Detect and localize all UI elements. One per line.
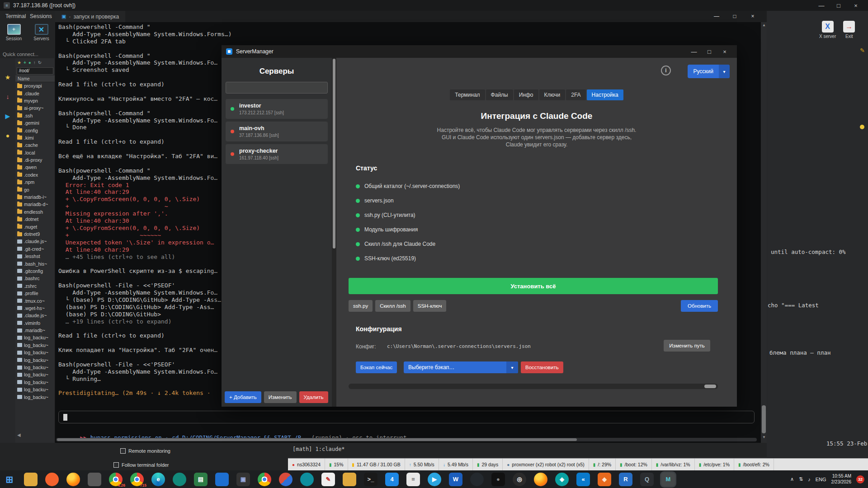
maximize-button[interactable]: □	[830, 2, 847, 9]
download-icon[interactable]: ↓	[6, 93, 9, 100]
section-tab[interactable]: Ключи	[539, 89, 566, 100]
file-tree-item[interactable]: ai-proxy~	[15, 104, 55, 112]
taskbar-app-icon[interactable]: ✎	[321, 473, 335, 486]
network-icon[interactable]: ⇅	[799, 476, 803, 482]
file-tree-item[interactable]: .npm	[15, 178, 55, 186]
file-tree-item[interactable]: .qwen	[15, 164, 55, 171]
remote-monitoring-checkbox[interactable]: Remote monitoring	[120, 446, 170, 455]
taskbar-app-icon[interactable]	[470, 473, 484, 486]
backup-now-button[interactable]: Бэкап сейчас	[356, 361, 397, 373]
taskbar-app-icon[interactable]: 4	[385, 473, 399, 486]
file-tree-item[interactable]: log_backu~	[15, 379, 55, 386]
server-search-input[interactable]	[226, 82, 328, 94]
add-server-button[interactable]: + Добавить	[225, 391, 261, 403]
section-tab[interactable]: Инфо	[514, 89, 538, 100]
file-tree-item[interactable]: .kimi	[15, 134, 55, 141]
terminal-vertical-scrollbar[interactable]: ▲ ▼	[761, 22, 767, 443]
taskbar-app-icon[interactable]	[173, 473, 186, 486]
taskbar-app-icon[interactable]: «	[576, 473, 590, 486]
inner-minimize-button[interactable]: —	[708, 11, 726, 22]
checkbox-icon[interactable]	[120, 448, 126, 454]
status-dot-icon[interactable]: ●	[28, 60, 31, 65]
refresh-icon[interactable]: ↻	[38, 60, 42, 65]
taskbar-app-icon[interactable]: ◎	[513, 473, 526, 486]
file-tree-item[interactable]: .wget-hs~	[15, 305, 55, 312]
server-list-scrollbar[interactable]	[332, 58, 336, 407]
file-tree-item[interactable]: .bash_his~	[15, 260, 55, 267]
sm-maximize-button[interactable]: □	[702, 48, 717, 55]
horizontal-scroll-thumb[interactable]	[57, 438, 577, 441]
file-tree-item[interactable]: .gemini	[15, 119, 55, 127]
sftp-name-column-header[interactable]: Name	[15, 75, 55, 82]
follow-terminal-folder-checkbox[interactable]: Follow terminal folder	[113, 460, 169, 469]
taskbar-app-icon[interactable]	[24, 473, 38, 486]
scroll-down-arrow-icon[interactable]: ▼	[762, 435, 766, 439]
add-icon[interactable]: +	[24, 60, 26, 65]
bookmark-icon[interactable]: ★	[17, 60, 21, 65]
language-indicator[interactable]: ENG	[816, 477, 826, 482]
taskbar-app-icon[interactable]: e	[151, 473, 165, 486]
terminal-input[interactable]	[58, 411, 755, 423]
file-tree-item[interactable]: .bashrc	[15, 275, 55, 282]
taskbar-app-icon[interactable]	[45, 473, 59, 486]
component-button[interactable]: Скилл /ssh	[375, 300, 410, 312]
file-tree-item[interactable]: log_backu~	[15, 349, 55, 356]
file-tree-item[interactable]: mariadb-d~	[15, 201, 55, 208]
file-tree-item[interactable]: .tmux.co~	[15, 297, 55, 304]
notification-badge[interactable]: 32	[856, 475, 864, 483]
file-tree-item[interactable]: log_backu~	[15, 371, 55, 378]
file-tree-item[interactable]: .profile	[15, 290, 55, 297]
server-list-item[interactable]: main-ovh 37.187.136.86 [ssh]	[226, 122, 328, 141]
inner-maximize-button[interactable]: □	[726, 11, 744, 22]
taskbar-app-icon[interactable]: >_	[364, 473, 377, 486]
file-tree-item[interactable]: log_backu~	[15, 386, 55, 393]
terminal-horizontal-scrollbar[interactable]	[56, 438, 757, 441]
inner-close-button[interactable]: ×	[744, 11, 762, 22]
language-dropdown[interactable]: Русский ▾	[688, 65, 730, 78]
session-button[interactable]: + Session	[1, 24, 27, 50]
section-tab[interactable]: 2FA	[566, 89, 585, 100]
scroll-left-arrow-icon[interactable]: ◀	[17, 432, 21, 437]
file-tree-item[interactable]: .gitconfig	[15, 267, 55, 275]
edit-server-button[interactable]: Изменить	[264, 391, 297, 403]
taskbar-app-icon[interactable]: ◆	[598, 473, 611, 486]
content-scroll-thumb[interactable]	[704, 385, 716, 388]
checkbox-icon[interactable]	[113, 462, 119, 468]
taskbar-app-icon[interactable]: ▤	[194, 473, 208, 486]
taskbar-app-icon[interactable]	[88, 473, 101, 486]
sm-close-button[interactable]: ×	[717, 48, 732, 55]
taskbar-app-icon[interactable]: ≡	[406, 473, 420, 486]
server-list-item[interactable]: proxy-checker 161.97.118.40 [ssh]	[226, 144, 328, 164]
file-tree-item[interactable]: .claude	[15, 89, 55, 97]
minimize-button[interactable]: —	[813, 2, 830, 9]
refresh-button[interactable]: Обновить	[681, 300, 718, 312]
delete-server-button[interactable]: Удалить	[299, 391, 328, 403]
component-button[interactable]: ssh.py	[349, 300, 373, 312]
file-tree-item[interactable]: .nuget	[15, 223, 55, 230]
menu-sessions[interactable]: Sessions	[28, 11, 54, 22]
file-tree-item[interactable]: .config	[15, 127, 55, 134]
sm-minimize-button[interactable]: —	[686, 48, 702, 55]
file-tree-item[interactable]: .viminfo	[15, 319, 55, 327]
taskbar-app-icon[interactable]	[66, 473, 80, 486]
taskbar-app-icon[interactable]	[279, 473, 292, 486]
section-tab[interactable]: Файлы	[486, 89, 513, 100]
taskbar-app-icon[interactable]	[534, 473, 547, 486]
menu-terminal[interactable]: Terminal	[4, 11, 28, 22]
terminal-tab[interactable]: ▣ · запуск и проверка	[55, 11, 125, 22]
file-tree-item[interactable]: mariadb-i~	[15, 193, 55, 201]
taskbar-app-icon[interactable]: Q	[640, 473, 654, 486]
file-tree-item[interactable]: log_backu~	[15, 342, 55, 349]
servers-button[interactable]: ✕ Servers	[29, 24, 54, 50]
scroll-up-arrow-icon[interactable]: ▲	[762, 23, 766, 27]
file-tree-item[interactable]: .mariadb~	[15, 327, 55, 334]
taskbar-app-icon[interactable]: ●	[491, 473, 505, 486]
file-tree-item[interactable]: .local	[15, 149, 55, 156]
server-list-item[interactable]: investor 173.212.212.157 [ssh]	[226, 99, 328, 119]
taskbar-app-icon[interactable]: 4.26	[109, 473, 123, 486]
info-icon[interactable]: i	[661, 66, 671, 75]
restore-button[interactable]: Восстановить	[521, 361, 563, 373]
file-tree-item[interactable]: .dotnet	[15, 216, 55, 223]
file-tree-item[interactable]: log_backu~	[15, 334, 55, 341]
tray-expand-icon[interactable]: ∧	[790, 476, 794, 482]
